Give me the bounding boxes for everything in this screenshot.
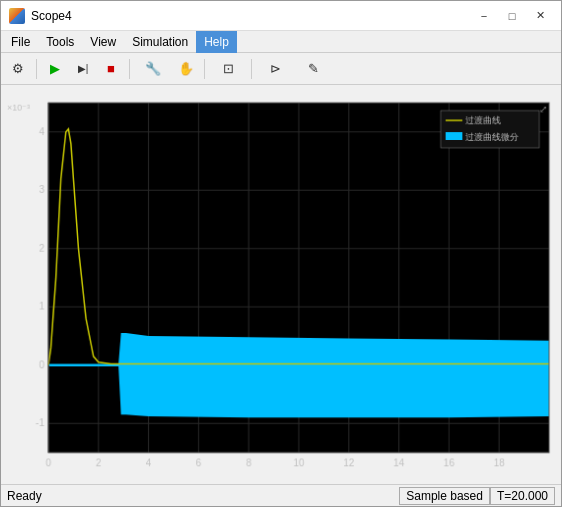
menu-simulation[interactable]: Simulation <box>124 31 196 53</box>
scope-chart[interactable] <box>5 89 557 480</box>
title-bar-left: Scope4 <box>9 8 72 24</box>
menu-view[interactable]: View <box>82 31 124 53</box>
measure-button[interactable]: ⊳ <box>257 57 293 81</box>
play-button[interactable]: ▶ <box>42 57 68 81</box>
menu-tools[interactable]: Tools <box>38 31 82 53</box>
minimize-button[interactable]: − <box>471 6 497 26</box>
toolbar-sep-1 <box>36 59 37 79</box>
toolbar-sep-3 <box>204 59 205 79</box>
sample-based-badge: Sample based <box>399 487 490 505</box>
time-badge: T=20.000 <box>490 487 555 505</box>
maximize-button[interactable]: □ <box>499 6 525 26</box>
pan-button[interactable]: ✋ <box>173 57 199 81</box>
main-window: Scope4 − □ ✕ File Tools View Simulation … <box>0 0 562 507</box>
status-bar: Ready Sample based T=20.000 <box>1 484 561 506</box>
title-bar: Scope4 − □ ✕ <box>1 1 561 31</box>
close-button[interactable]: ✕ <box>527 6 553 26</box>
window-title: Scope4 <box>31 9 72 23</box>
zoom-button[interactable]: ⊡ <box>210 57 246 81</box>
step-button[interactable]: ▶| <box>70 57 96 81</box>
title-controls: − □ ✕ <box>471 6 553 26</box>
config-button[interactable]: 🔧 <box>135 57 171 81</box>
app-icon <box>9 8 25 24</box>
chart-container <box>1 85 561 484</box>
stop-button[interactable]: ■ <box>98 57 124 81</box>
settings-button[interactable]: ⚙ <box>5 57 31 81</box>
toolbar-sep-2 <box>129 59 130 79</box>
status-right: Sample based T=20.000 <box>399 487 555 505</box>
ready-status: Ready <box>7 489 42 503</box>
annotate-button[interactable]: ✎ <box>295 57 331 81</box>
menu-file[interactable]: File <box>3 31 38 53</box>
toolbar-sep-4 <box>251 59 252 79</box>
menu-bar: File Tools View Simulation Help <box>1 31 561 53</box>
toolbar: ⚙ ▶ ▶| ■ 🔧 ✋ ⊡ ⊳ ✎ <box>1 53 561 85</box>
menu-help[interactable]: Help <box>196 31 237 53</box>
